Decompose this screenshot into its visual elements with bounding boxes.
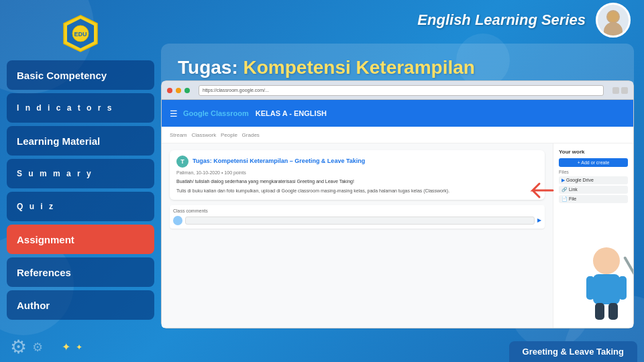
star-icon: ✦ xyxy=(62,341,70,353)
browser-content: ☰ Google Classroom KELAS A - ENGLISH Str… xyxy=(162,100,633,328)
classroom-subheader: Stream Classwork People Grades xyxy=(162,127,633,143)
assignment-title: Tugas: Kompetensi Keterampilan – Greetin… xyxy=(193,158,365,164)
sidebar: EDU Basic Competency I n d i c a t o r s… xyxy=(7,7,154,355)
browser-chrome: https://classroom.google.com/... xyxy=(162,81,633,100)
svg-rect-9 xyxy=(586,276,594,300)
svg-text:EDU: EDU xyxy=(74,31,87,38)
comment-area: Class comments ▶ xyxy=(170,205,545,229)
assignment-desc: Buatlah/ tulislah dialog sederhana yang … xyxy=(176,178,538,185)
sidebar-item-summary[interactable]: S u m m a r y xyxy=(7,159,154,188)
class-name: KELAS A - ENGLISH xyxy=(256,109,327,117)
bottom-decorations: ⚙ ⚙ ✦ ✦ xyxy=(10,336,83,358)
sidebar-item-basic-competency[interactable]: Basic Competency xyxy=(7,60,154,90)
browser-close-btn xyxy=(167,88,172,93)
svg-point-1 xyxy=(604,22,623,36)
browser-action-icon xyxy=(612,87,619,94)
assignment-card: T Tugas: Kompetensi Keterampilan – Greet… xyxy=(170,150,545,200)
classroom-body: T Tugas: Kompetensi Keterampilan – Greet… xyxy=(162,143,633,328)
files-label: Files xyxy=(559,170,628,174)
file-item-file: 📄 File xyxy=(559,195,628,203)
gear-icon-small: ⚙ xyxy=(32,340,43,355)
page-title: Tugas: Kompetensi Keterampilan xyxy=(178,57,617,78)
svg-rect-10 xyxy=(619,276,627,300)
sidebar-item-quiz[interactable]: Q u i z xyxy=(7,192,154,221)
svg-rect-12 xyxy=(608,303,618,320)
browser-minimize-btn xyxy=(176,88,181,93)
bottom-bar: ⚙ ⚙ ✦ ✦ Greeting & Leave Taking xyxy=(0,332,644,362)
svg-rect-8 xyxy=(593,274,620,304)
app-title: English Learning Series xyxy=(417,11,586,29)
svg-rect-11 xyxy=(595,303,604,320)
star-icon-small: ✦ xyxy=(76,343,83,352)
browser-url-bar: https://classroom.google.com/... xyxy=(199,85,604,96)
sidebar-item-learning-material[interactable]: Learning Material xyxy=(7,126,154,156)
sidebar-item-references[interactable]: References xyxy=(7,257,154,287)
classroom-main: T Tugas: Kompetensi Keterampilan – Greet… xyxy=(162,143,553,328)
file-item-link: 🔗 Link xyxy=(559,186,628,194)
assignment-instruction: Tulis di buku kalian dan foto kumpulkan,… xyxy=(176,188,538,194)
svg-point-7 xyxy=(593,247,620,274)
assignment-meta: Paliman, 10-10-2020 • 100 points xyxy=(176,170,538,175)
add-create-button[interactable]: + Add or create xyxy=(559,158,628,167)
your-work-title: Your work xyxy=(559,149,628,155)
sidebar-item-indicators[interactable]: I n d i c a t o r s xyxy=(7,93,154,123)
svg-point-2 xyxy=(608,11,619,22)
character-decoration xyxy=(576,244,633,324)
sidebar-item-assignment[interactable]: Assignment xyxy=(7,225,154,254)
logo-area: EDU xyxy=(7,7,154,57)
avatar xyxy=(596,3,631,38)
sidebar-item-author[interactable]: Author xyxy=(7,290,154,320)
browser-mockup: https://classroom.google.com/... ☰ Googl… xyxy=(161,80,634,328)
arrow-decoration-icon xyxy=(529,180,556,200)
screenshot-container: https://classroom.google.com/... ☰ Googl… xyxy=(161,80,634,328)
gear-icon-left: ⚙ xyxy=(10,336,27,358)
browser-maximize-btn xyxy=(184,88,190,93)
browser-actions xyxy=(612,87,628,94)
bottom-tag: Greeting & Leave Taking xyxy=(509,341,637,362)
file-item-googledrive: ▶ Google Drive xyxy=(559,176,628,184)
school-logo-icon: EDU xyxy=(60,13,101,54)
classroom-header: ☰ Google Classroom KELAS A - ENGLISH xyxy=(162,100,633,127)
browser-action-icon xyxy=(621,87,628,94)
